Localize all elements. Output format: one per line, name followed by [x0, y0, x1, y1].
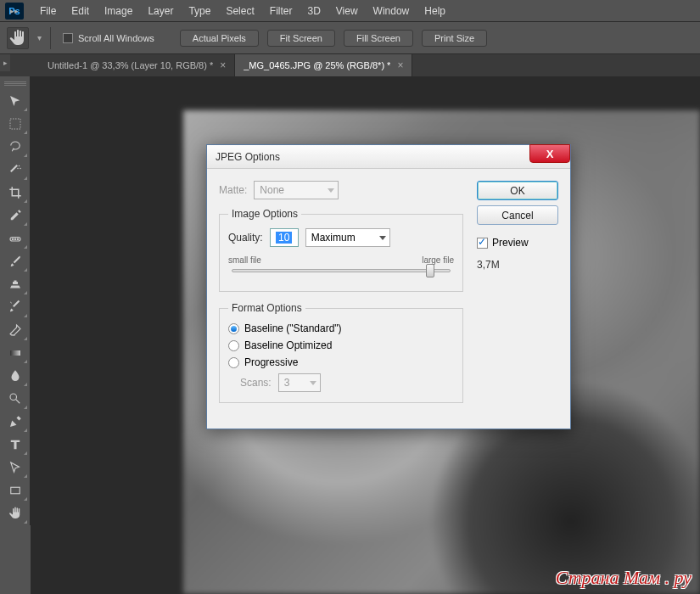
- print-size-button[interactable]: Print Size: [422, 30, 487, 47]
- chevron-down-icon: [310, 381, 316, 385]
- svg-point-1: [18, 165, 20, 167]
- gradient-tool[interactable]: [3, 342, 28, 364]
- image-options-legend: Image Options: [228, 208, 301, 220]
- fit-screen-button[interactable]: Fit Screen: [267, 30, 335, 47]
- history-brush-tool[interactable]: [3, 296, 28, 318]
- move-tool[interactable]: [3, 90, 28, 112]
- menu-3d[interactable]: 3D: [300, 5, 328, 17]
- matte-dropdown: None: [254, 181, 339, 199]
- rectangle-tool[interactable]: [3, 479, 28, 502]
- panel-grip-icon[interactable]: [4, 81, 26, 87]
- radio-icon: [228, 323, 239, 334]
- radio-label: Baseline Optimized: [244, 339, 332, 351]
- quality-input[interactable]: 10: [270, 228, 299, 247]
- scroll-all-windows-checkbox[interactable]: Scroll All Windows: [63, 33, 154, 43]
- svg-rect-0: [10, 119, 20, 129]
- actual-pixels-button[interactable]: Actual Pixels: [180, 30, 259, 47]
- menu-edit[interactable]: Edit: [64, 5, 97, 17]
- menu-window[interactable]: Window: [366, 5, 417, 17]
- svg-point-2: [17, 168, 19, 170]
- healing-brush-tool[interactable]: [3, 227, 28, 249]
- close-button[interactable]: X: [529, 144, 570, 163]
- svg-rect-8: [10, 350, 20, 356]
- cancel-button[interactable]: Cancel: [477, 205, 558, 225]
- tab-label: _MG_0465.JPG @ 25% (RGB/8*) *: [244, 60, 390, 70]
- eraser-tool[interactable]: [3, 319, 28, 341]
- clone-stamp-tool[interactable]: [3, 273, 28, 295]
- scans-label: Scans:: [240, 377, 272, 389]
- tab-label: Untitled-1 @ 33,3% (Layer 10, RGB/8) *: [48, 60, 213, 70]
- document-tabs: ▸▸ Untitled-1 @ 33,3% (Layer 10, RGB/8) …: [0, 54, 700, 76]
- quality-preset-dropdown[interactable]: Maximum: [305, 228, 390, 247]
- format-options-group: Format Options Baseline ("Standard") Bas…: [219, 302, 463, 403]
- menu-bar: Ps File Edit Image Layer Type Select Fil…: [0, 0, 700, 22]
- scroll-all-label: Scroll All Windows: [78, 33, 154, 43]
- dialog-title: JPEG Options: [216, 151, 280, 163]
- crop-tool[interactable]: [3, 182, 28, 204]
- radio-icon: [228, 357, 239, 368]
- hand-tool-icon[interactable]: [7, 27, 29, 49]
- options-bar: ▾ Scroll All Windows Actual Pixels Fit S…: [0, 22, 700, 54]
- dodge-tool[interactable]: [3, 388, 28, 410]
- preview-checkbox[interactable]: Preview: [477, 237, 558, 249]
- radio-label: Progressive: [244, 356, 298, 368]
- menu-help[interactable]: Help: [417, 5, 453, 17]
- expand-panels-icon[interactable]: ▸▸: [10, 0, 31, 22]
- menu-image[interactable]: Image: [97, 5, 140, 17]
- svg-point-5: [12, 238, 14, 240]
- chevron-down-icon: [379, 236, 386, 240]
- quality-slider[interactable]: small file large file: [228, 255, 454, 281]
- filesize-label: 3,7M: [477, 259, 558, 271]
- quality-label: Quality:: [228, 232, 263, 244]
- watermark: Страна Мам . ру: [556, 567, 692, 589]
- blur-tool[interactable]: [3, 365, 28, 387]
- menu-type[interactable]: Type: [181, 5, 218, 17]
- checkbox-icon: [63, 33, 73, 43]
- document-tab[interactable]: Untitled-1 @ 33,3% (Layer 10, RGB/8) * ×: [39, 54, 235, 76]
- scans-dropdown: 3: [278, 373, 321, 392]
- matte-value: None: [260, 184, 284, 196]
- svg-point-3: [20, 168, 21, 170]
- baseline-standard-radio[interactable]: Baseline ("Standard"): [228, 322, 454, 334]
- document-tab[interactable]: _MG_0465.JPG @ 25% (RGB/8*) * ×: [235, 54, 412, 76]
- dialog-titlebar[interactable]: JPEG Options X: [207, 145, 570, 169]
- svg-point-9: [10, 394, 17, 401]
- radio-label: Baseline ("Standard"): [244, 322, 342, 334]
- magic-wand-tool[interactable]: [3, 159, 28, 181]
- image-options-group: Image Options Quality: 10 Maximum small …: [219, 208, 463, 292]
- separator: [50, 27, 51, 49]
- jpeg-options-dialog: JPEG Options X Matte: None Image Options…: [206, 144, 571, 429]
- quality-preset-value: Maximum: [311, 232, 356, 244]
- progressive-radio[interactable]: Progressive: [228, 356, 454, 368]
- hand-tool[interactable]: [3, 502, 28, 524]
- ok-button[interactable]: OK: [477, 181, 558, 200]
- menu-file[interactable]: File: [32, 5, 64, 17]
- matte-label: Matte:: [219, 184, 247, 196]
- checkbox-icon: [477, 238, 488, 249]
- small-file-label: small file: [228, 255, 261, 265]
- menu-select[interactable]: Select: [218, 5, 261, 17]
- baseline-optimized-radio[interactable]: Baseline Optimized: [228, 339, 454, 351]
- panel-expand-icon[interactable]: ▸: [0, 54, 10, 71]
- preview-label: Preview: [492, 237, 529, 249]
- eyedropper-tool[interactable]: [3, 205, 28, 227]
- slider-track: [232, 269, 451, 272]
- menu-filter[interactable]: Filter: [262, 5, 300, 17]
- svg-rect-10: [10, 487, 20, 494]
- scans-value: 3: [284, 377, 290, 389]
- fill-screen-button[interactable]: Fill Screen: [344, 30, 413, 47]
- close-tab-icon[interactable]: ×: [220, 59, 226, 71]
- menu-view[interactable]: View: [328, 5, 366, 17]
- menu-layer[interactable]: Layer: [140, 5, 181, 17]
- path-selection-tool[interactable]: [3, 457, 28, 479]
- brush-tool[interactable]: [3, 250, 28, 272]
- marquee-tool[interactable]: [3, 113, 28, 135]
- close-tab-icon[interactable]: ×: [397, 59, 403, 71]
- tools-panel: [0, 76, 31, 525]
- pen-tool[interactable]: [3, 411, 28, 433]
- radio-icon: [228, 340, 239, 351]
- slider-thumb-icon[interactable]: [426, 264, 434, 277]
- type-tool[interactable]: [3, 434, 28, 456]
- chevron-down-icon: [328, 188, 334, 193]
- lasso-tool[interactable]: [3, 136, 28, 158]
